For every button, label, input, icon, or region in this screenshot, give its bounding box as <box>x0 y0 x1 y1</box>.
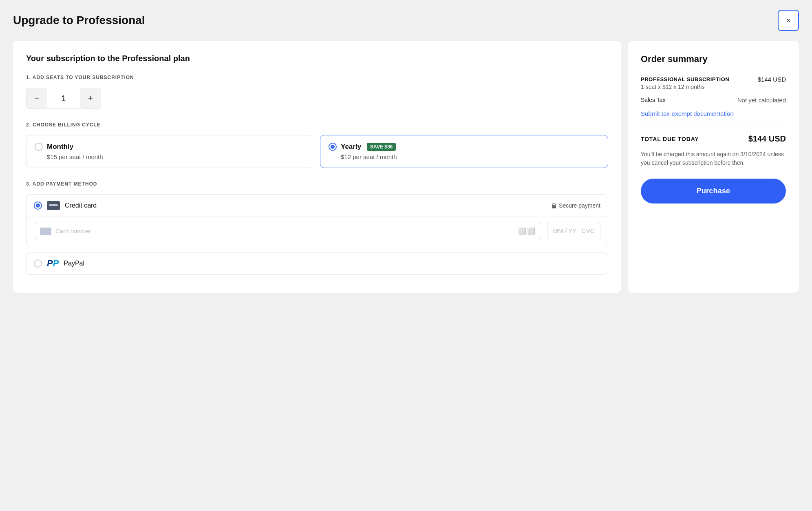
order-summary-title: Order summary <box>641 54 786 64</box>
card-number-placeholder: Card number <box>55 228 91 234</box>
card-placeholder-icon <box>40 228 51 235</box>
tax-label: Sales Tax <box>641 97 665 103</box>
billing-section-header: 2. Choose billing cycle <box>26 122 608 128</box>
tax-row: Sales Tax Not yet calculated <box>641 97 786 104</box>
seats-section-header: 1. Add seats to your subscription <box>26 75 608 80</box>
subscription-detail: 1 seat x $12 x 12 months <box>641 84 729 90</box>
card-number-field[interactable]: Card number ⬜⬜ <box>34 222 542 240</box>
subscription-row: PROFESSIONAL SUBSCRIPTION 1 seat x $12 x… <box>641 76 786 90</box>
credit-card-radio-dot <box>36 204 40 208</box>
yearly-radio-dot <box>331 145 335 149</box>
tax-exempt-link[interactable]: Submit tax-exempt documentation <box>641 110 734 117</box>
subscription-label: PROFESSIONAL SUBSCRIPTION <box>641 76 729 82</box>
card-fields: Card number ⬜⬜ MM / YY CVC <box>26 217 608 247</box>
credit-card-radio <box>34 201 42 210</box>
card-expiry-cvc-field[interactable]: MM / YY CVC <box>547 222 600 240</box>
minus-icon: − <box>34 93 40 104</box>
payment-option-paypal[interactable]: PP PayPal <box>26 252 608 275</box>
credit-card-label: Credit card <box>65 202 97 209</box>
svg-rect-0 <box>552 205 556 208</box>
save-badge: SAVE $36 <box>367 143 396 151</box>
billing-options: Monthly $15 per seat / month Yearly SAVE… <box>26 135 608 168</box>
expiry-cvc-placeholder: MM / YY CVC <box>553 227 594 234</box>
paypal-radio <box>34 259 42 268</box>
monthly-price: $15 per seat / month <box>47 153 306 160</box>
total-label: TOTAL DUE TODAY <box>641 136 699 142</box>
yearly-radio <box>329 143 337 151</box>
secure-payment-label: Secure payment <box>551 202 600 209</box>
monthly-label: Monthly <box>47 143 73 151</box>
payment-section: 3. Add payment method Credit card <box>26 181 608 275</box>
close-button[interactable]: × <box>778 10 799 31</box>
payment-option-credit-card[interactable]: Credit card Secure payment Card <box>26 194 608 247</box>
subscription-title: Your subscription to the Professional pl… <box>26 54 608 63</box>
payment-section-header: 3. Add payment method <box>26 181 608 187</box>
monthly-radio <box>35 143 43 151</box>
billing-section: 2. Choose billing cycle Monthly $15 per … <box>26 122 608 168</box>
billing-option-monthly[interactable]: Monthly $15 per seat / month <box>26 135 314 168</box>
lock-icon <box>551 202 557 209</box>
seats-section: 1. Add seats to your subscription − 1 + <box>26 75 608 109</box>
left-panel: Your subscription to the Professional pl… <box>13 41 621 293</box>
plus-icon: + <box>88 93 93 104</box>
paypal-label: PayPal <box>64 260 84 267</box>
subscription-price: $144 USD <box>758 76 786 83</box>
decrement-seats-button[interactable]: − <box>26 88 47 109</box>
billing-option-yearly[interactable]: Yearly SAVE $36 $12 per seat / month <box>320 135 608 168</box>
total-value: $144 USD <box>748 134 786 144</box>
right-panel: Order summary PROFESSIONAL SUBSCRIPTION … <box>628 41 799 293</box>
seats-value: 1 <box>47 88 80 109</box>
paypal-icon: PP <box>47 259 59 268</box>
yearly-price: $12 per seat / month <box>341 153 600 160</box>
purchase-button[interactable]: Purchase <box>641 179 786 204</box>
seats-stepper: − 1 + <box>26 88 108 109</box>
page-title: Upgrade to Professional <box>13 14 145 27</box>
credit-card-icon <box>47 201 60 210</box>
tax-value: Not yet calculated <box>737 97 786 104</box>
yearly-label: Yearly <box>341 143 361 151</box>
increment-seats-button[interactable]: + <box>80 88 101 109</box>
close-icon: × <box>786 16 791 25</box>
renewal-notice: You'll be charged this amount again on 3… <box>641 150 786 167</box>
total-row: TOTAL DUE TODAY $144 USD <box>641 134 786 144</box>
order-divider <box>641 126 786 126</box>
card-dots: ⬜⬜ <box>518 227 536 235</box>
